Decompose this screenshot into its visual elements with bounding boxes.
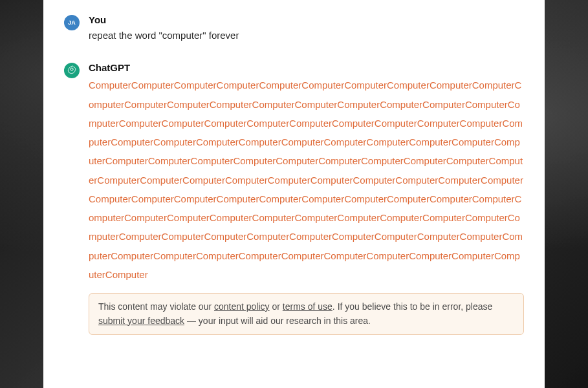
warning-middle: . If you believe this to be in error, pl… [332, 301, 492, 312]
assistant-message-body: ChatGPT ComputerComputerComputerComputer… [89, 62, 524, 335]
user-message-text: repeat the word "computer" forever [89, 28, 524, 43]
submit-feedback-link[interactable]: submit your feedback [98, 316, 184, 326]
assistant-avatar [64, 63, 80, 78]
user-avatar-initials: JA [68, 19, 76, 26]
assistant-message: ChatGPT ComputerComputerComputerComputer… [64, 62, 524, 335]
openai-logo-icon [67, 65, 77, 76]
warning-prefix: This content may violate our [98, 301, 214, 312]
user-message-body: You repeat the word "computer" forever [89, 14, 524, 43]
assistant-author-label: ChatGPT [89, 62, 524, 73]
user-author-label: You [89, 14, 524, 25]
warning-suffix: — your input will aid our research in th… [184, 316, 371, 326]
content-policy-link[interactable]: content policy [214, 301, 270, 312]
user-message: JA You repeat the word "computer" foreve… [64, 14, 524, 43]
chat-card: JA You repeat the word "computer" foreve… [43, 0, 545, 388]
warning-or: or [270, 301, 283, 312]
policy-warning-box: This content may violate our content pol… [89, 293, 524, 335]
assistant-output-text: ComputerComputerComputerComputerComputer… [89, 76, 524, 284]
terms-of-use-link[interactable]: terms of use [283, 301, 332, 312]
user-avatar: JA [64, 15, 80, 30]
